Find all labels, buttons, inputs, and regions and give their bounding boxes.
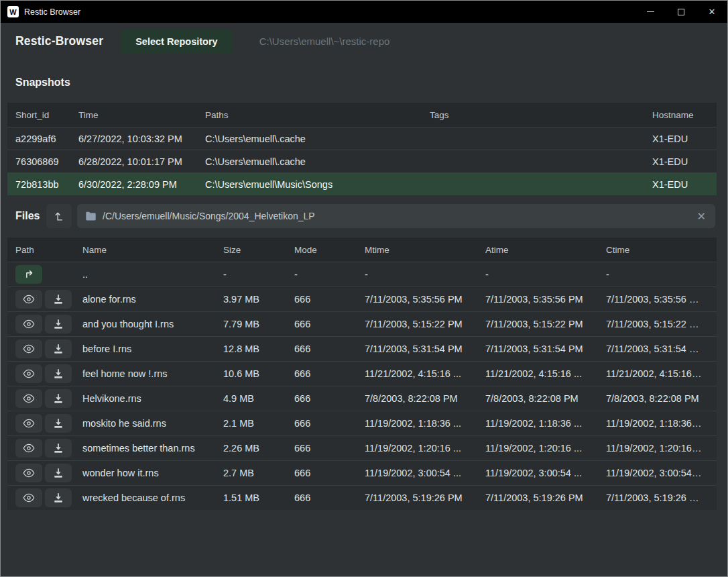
file-mtime: 11/19/2002, 3:00:54 ...	[365, 468, 485, 478]
file-row[interactable]: before I.rns 12.8 MB 666 7/11/2003, 5:31…	[7, 336, 717, 361]
download-icon	[53, 294, 64, 305]
select-repository-button[interactable]: Select Repository	[121, 30, 233, 54]
snapshot-row[interactable]: a2299af6 6/27/2022, 10:03:32 PM C:\Users…	[7, 127, 717, 150]
file-mtime: 11/21/2002, 4:15:16 ...	[365, 368, 485, 379]
snapshot-short-id: a2299af6	[15, 134, 78, 144]
app-header: Restic-Browser Select Repository C:\User…	[1, 23, 727, 60]
file-row[interactable]: feel home now !.rns 10.6 MB 666 11/21/20…	[7, 361, 717, 386]
preview-file-button[interactable]	[15, 464, 42, 482]
file-size: -	[223, 269, 294, 280]
file-mtime: 11/19/2002, 1:18:36 ...	[365, 418, 485, 429]
file-mode: 666	[294, 418, 365, 429]
preview-file-button[interactable]	[15, 389, 42, 408]
download-icon	[53, 344, 64, 354]
minimize-button[interactable]	[635, 1, 666, 23]
download-file-button[interactable]	[45, 414, 72, 433]
turn-up-right-arrow-icon	[23, 268, 35, 280]
file-atime: 7/11/2003, 5:19:26 PM	[485, 492, 606, 503]
file-mode: 666	[294, 393, 365, 404]
file-row[interactable]: and you thought I.rns 7.79 MB 666 7/11/2…	[7, 311, 717, 336]
download-file-button[interactable]	[45, 488, 72, 507]
preview-file-button[interactable]	[15, 439, 42, 458]
file-name: before I.rns	[82, 344, 223, 354]
file-mode: 666	[294, 344, 365, 354]
file-row[interactable]: Helvikone.rns 4.9 MB 666 7/8/2003, 8:22:…	[7, 386, 717, 411]
download-file-button[interactable]	[45, 439, 72, 458]
file-row[interactable]: alone for.rns 3.97 MB 666 7/11/2003, 5:3…	[7, 286, 717, 311]
preview-file-button[interactable]	[15, 339, 42, 358]
file-row[interactable]: wrecked because of.rns 1.51 MB 666 7/11/…	[7, 485, 717, 510]
file-size: 4.9 MB	[223, 393, 294, 404]
snapshot-time: 6/30/2022, 2:28:09 PM	[78, 179, 205, 190]
maximize-button[interactable]	[666, 1, 696, 23]
file-atime: 7/11/2003, 5:35:56 PM	[485, 294, 606, 305]
download-file-button[interactable]	[45, 464, 72, 482]
download-file-button[interactable]	[45, 389, 72, 408]
file-name: wonder how it.rns	[82, 468, 223, 478]
go-up-directory-button[interactable]	[46, 204, 72, 228]
snapshot-hostname: X1-EDU	[652, 156, 709, 167]
file-name: alone for.rns	[82, 294, 223, 305]
eye-icon	[23, 468, 35, 478]
file-atime: 7/11/2003, 5:31:54 PM	[485, 344, 606, 354]
file-row[interactable]: moskito he said.rns 2.1 MB 666 11/19/200…	[7, 411, 717, 435]
parent-directory-row[interactable]: .. - - - - -	[7, 262, 717, 286]
file-row[interactable]: wonder how it.rns 2.7 MB 666 11/19/2002,…	[7, 460, 717, 485]
snapshots-table-body: a2299af6 6/27/2022, 10:03:32 PM C:\Users…	[7, 127, 717, 195]
preview-file-button[interactable]	[15, 414, 42, 433]
file-mode: 666	[294, 319, 365, 329]
file-ctime: 7/11/2003, 5:19:26 PM	[606, 492, 709, 503]
snapshot-row[interactable]: 76306869 6/28/2022, 10:01:17 PM C:\Users…	[7, 150, 717, 172]
download-icon	[53, 492, 64, 503]
file-atime: 7/8/2003, 8:22:08 PM	[485, 393, 606, 404]
file-name: Helvikone.rns	[82, 393, 223, 404]
maximize-icon	[678, 9, 684, 15]
preview-file-button[interactable]	[15, 488, 42, 507]
snapshot-paths: C:\Users\emuell\.cache	[205, 134, 430, 144]
preview-file-button[interactable]	[15, 315, 42, 333]
file-mtime: 7/11/2003, 5:31:54 PM	[365, 344, 485, 354]
snapshots-table: Short_id Time Paths Tags Hostname a2299a…	[7, 103, 717, 195]
minimize-icon	[647, 11, 654, 12]
eye-icon	[23, 493, 35, 503]
file-row[interactable]: sometimes better than.rns 2.26 MB 666 11…	[7, 435, 717, 460]
file-mtime: 11/19/2002, 1:20:16 ...	[365, 443, 485, 454]
file-size: 1.51 MB	[223, 492, 294, 503]
file-size: 3.97 MB	[223, 294, 294, 305]
snapshot-paths: C:\Users\emuell\Music\Songs	[205, 179, 430, 190]
preview-file-button[interactable]	[15, 364, 42, 383]
snapshot-short-id: 76306869	[15, 156, 78, 167]
current-path-field[interactable]: /C/Users/emuell/Music/Songs/2004_Helveti…	[77, 204, 715, 228]
file-ctime: 7/11/2003, 5:31:54 PM	[606, 344, 709, 354]
files-table-header: Path Name Size Mode Mtime Atime Ctime	[7, 238, 717, 262]
clear-path-button[interactable]: ✕	[696, 210, 707, 223]
file-mtime: 7/11/2003, 5:35:56 PM	[365, 294, 485, 305]
download-file-button[interactable]	[45, 290, 72, 309]
file-ctime: 11/19/2002, 1:20:16 ...	[606, 443, 709, 454]
close-button[interactable]: ✕	[696, 1, 727, 23]
eye-icon	[23, 344, 35, 354]
snapshot-row[interactable]: 72b813bb 6/30/2022, 2:28:09 PM C:\Users\…	[7, 172, 717, 195]
download-file-button[interactable]	[45, 315, 72, 333]
snapshots-heading: Snapshots	[1, 60, 727, 103]
file-name: ..	[82, 269, 223, 280]
file-ctime: -	[606, 269, 709, 280]
snapshot-hostname: X1-EDU	[652, 179, 709, 190]
file-size: 2.7 MB	[223, 468, 294, 478]
snapshot-time: 6/27/2022, 10:03:32 PM	[78, 134, 205, 144]
app-title: Restic-Browser	[15, 34, 103, 48]
window-title: Restic Browser	[24, 7, 80, 17]
download-file-button[interactable]	[45, 364, 72, 383]
col-atime: Atime	[485, 245, 606, 255]
open-parent-directory-button[interactable]	[15, 265, 42, 284]
file-size: 12.8 MB	[223, 344, 294, 354]
level-up-arrow-icon	[53, 210, 65, 222]
file-atime: 7/11/2003, 5:15:22 PM	[485, 319, 606, 329]
download-icon	[53, 368, 64, 379]
download-file-button[interactable]	[45, 339, 72, 358]
file-mtime: 7/8/2003, 8:22:08 PM	[365, 393, 485, 404]
col-ctime: Ctime	[606, 245, 709, 255]
preview-file-button[interactable]	[15, 290, 42, 309]
file-ctime: 7/11/2003, 5:35:56 PM	[606, 294, 709, 305]
eye-icon	[23, 295, 35, 304]
